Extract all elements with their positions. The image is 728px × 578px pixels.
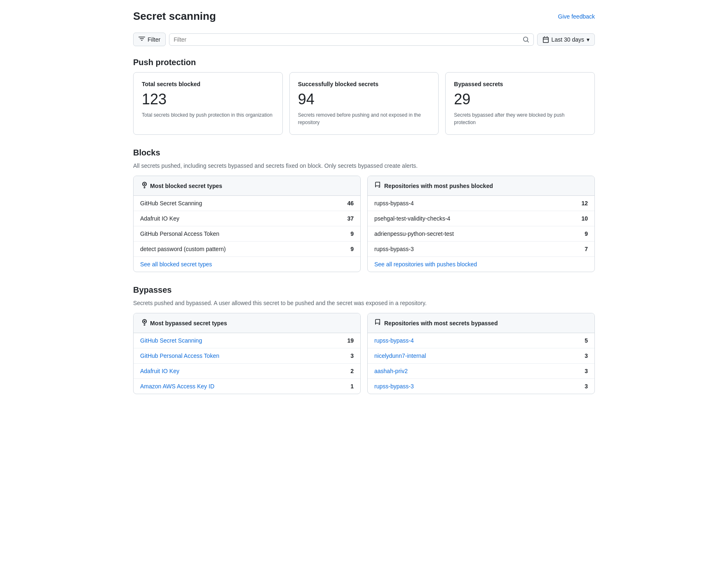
repos-blocked-row-1: psehgal-test-validity-checks-4 10 — [368, 211, 594, 226]
key-icon-2 — [140, 319, 147, 327]
most-blocked-row-2: GitHub Personal Access Token 9 — [134, 226, 360, 242]
blocks-grid: Most blocked secret types GitHub Secret … — [133, 176, 595, 272]
repo-bypassed-label-2[interactable]: aashah-priv2 — [374, 368, 408, 374]
repos-bypassed-header: Repositories with most secrets bypassed — [368, 313, 594, 333]
repos-blocked-title: Repositories with most pushes blocked — [384, 183, 493, 189]
stat-card-total-blocked: Total secrets blocked 123 Total secrets … — [133, 72, 283, 135]
blocks-subtitle: All secrets pushed, including secrets by… — [133, 162, 595, 169]
repo-bypassed-count-3: 3 — [585, 383, 588, 390]
repo-blocked-label-3: rupss-bypass-3 — [374, 246, 414, 252]
blocked-label-2: GitHub Personal Access Token — [140, 230, 219, 237]
stat-card-title-0: Total secrets blocked — [142, 81, 274, 87]
repos-blocked-row-3: rupss-bypass-3 7 — [368, 242, 594, 257]
repo-blocked-count-1: 10 — [581, 215, 588, 222]
key-icon — [140, 182, 147, 190]
most-blocked-title: Most blocked secret types — [150, 183, 222, 189]
most-bypassed-row-1: GitHub Personal Access Token 3 — [134, 348, 360, 364]
see-all-repos-blocked-link[interactable]: See all repositories with pushes blocked — [368, 257, 594, 272]
blocked-label-3: detect password (custom pattern) — [140, 246, 226, 252]
repos-blocked-header: Repositories with most pushes blocked — [368, 176, 594, 196]
blocked-label-0: GitHub Secret Scanning — [140, 200, 202, 207]
repo-icon-2 — [374, 319, 381, 327]
most-blocked-panel: Most blocked secret types GitHub Secret … — [133, 176, 361, 272]
bypassed-label-1[interactable]: GitHub Personal Access Token — [140, 352, 219, 359]
repo-bypassed-label-3[interactable]: rupss-bypass-3 — [374, 383, 414, 390]
repo-blocked-label-0: rupss-bypass-4 — [374, 200, 414, 207]
blocked-count-2: 9 — [350, 230, 354, 237]
chevron-down-icon: ▾ — [587, 36, 589, 43]
page-header: Secret scanning Give feedback — [133, 10, 595, 23]
stat-card-number-2: 29 — [454, 91, 586, 108]
repo-bypassed-label-0[interactable]: rupss-bypass-4 — [374, 337, 414, 344]
repo-bypassed-count-1: 3 — [585, 352, 588, 359]
bypassed-label-2[interactable]: Adafruit IO Key — [140, 368, 179, 374]
bypassed-count-3: 1 — [350, 383, 354, 390]
most-blocked-row-0: GitHub Secret Scanning 46 — [134, 196, 360, 211]
filter-button[interactable]: Filter — [133, 33, 166, 46]
repo-bypassed-count-0: 5 — [585, 337, 588, 344]
page-title: Secret scanning — [133, 10, 216, 23]
most-blocked-row-3: detect password (custom pattern) 9 — [134, 242, 360, 257]
stat-card-desc-0: Total secrets blocked by push protection… — [142, 111, 274, 119]
stat-card-desc-2: Secrets bypassed after they were blocked… — [454, 111, 586, 126]
most-blocked-row-1: Adafruit IO Key 37 — [134, 211, 360, 226]
stat-card-desc-1: Secrets removed before pushing and not e… — [298, 111, 430, 126]
repos-bypassed-title: Repositories with most secrets bypassed — [384, 320, 498, 327]
filter-input[interactable] — [174, 36, 522, 43]
search-button[interactable] — [523, 36, 529, 43]
bypassed-count-0: 19 — [347, 337, 354, 344]
stat-card-successfully-blocked: Successfully blocked secrets 94 Secrets … — [289, 72, 439, 135]
stat-card-number-1: 94 — [298, 91, 430, 108]
stat-card-title-1: Successfully blocked secrets — [298, 81, 430, 87]
most-bypassed-row-3: Amazon AWS Access Key ID 1 — [134, 379, 360, 394]
bypasses-title: Bypasses — [133, 285, 595, 295]
date-range-button[interactable]: Last 30 days ▾ — [537, 33, 595, 46]
bypassed-label-0[interactable]: GitHub Secret Scanning — [140, 337, 202, 344]
repos-blocked-panel: Repositories with most pushes blocked ru… — [367, 176, 595, 272]
filter-button-label: Filter — [148, 36, 160, 43]
blocks-title: Blocks — [133, 148, 595, 157]
bypassed-count-2: 2 — [350, 368, 354, 374]
filter-icon — [139, 35, 145, 43]
blocks-section: Blocks All secrets pushed, including sec… — [133, 148, 595, 272]
repos-blocked-row-0: rupss-bypass-4 12 — [368, 196, 594, 211]
blocked-count-3: 9 — [350, 246, 354, 252]
bypasses-grid: Most bypassed secret types GitHub Secret… — [133, 313, 595, 394]
most-bypassed-row-2: Adafruit IO Key 2 — [134, 364, 360, 379]
repo-blocked-count-3: 7 — [585, 246, 588, 252]
repos-blocked-row-2: adrienpessu-python-secret-test 9 — [368, 226, 594, 242]
repos-bypassed-panel: Repositories with most secrets bypassed … — [367, 313, 595, 394]
give-feedback-link[interactable]: Give feedback — [558, 13, 595, 20]
stat-card-bypassed: Bypassed secrets 29 Secrets bypassed aft… — [445, 72, 595, 135]
repo-blocked-label-2: adrienpessu-python-secret-test — [374, 230, 454, 237]
repos-bypassed-row-2: aashah-priv2 3 — [368, 364, 594, 379]
most-blocked-header: Most blocked secret types — [134, 176, 360, 196]
most-bypassed-title: Most bypassed secret types — [150, 320, 227, 327]
stat-card-title-2: Bypassed secrets — [454, 81, 586, 87]
most-bypassed-header: Most bypassed secret types — [134, 313, 360, 333]
repo-blocked-count-0: 12 — [581, 200, 588, 207]
blocked-count-0: 46 — [347, 200, 354, 207]
repo-bypassed-count-2: 3 — [585, 368, 588, 374]
see-all-blocked-link[interactable]: See all blocked secret types — [134, 257, 360, 272]
repo-blocked-label-1: psehgal-test-validity-checks-4 — [374, 215, 450, 222]
bypasses-subtitle: Secrets pushed and bypassed. A user allo… — [133, 300, 595, 306]
bypassed-label-3[interactable]: Amazon AWS Access Key ID — [140, 383, 214, 390]
stat-card-number-0: 123 — [142, 91, 274, 108]
repo-icon — [374, 182, 381, 190]
most-bypassed-row-0: GitHub Secret Scanning 19 — [134, 333, 360, 348]
push-protection-title: Push protection — [133, 58, 595, 67]
push-protection-section: Push protection Total secrets blocked 12… — [133, 58, 595, 135]
repos-bypassed-row-3: rupss-bypass-3 3 — [368, 379, 594, 394]
bypasses-section: Bypasses Secrets pushed and bypassed. A … — [133, 285, 595, 394]
bypassed-count-1: 3 — [350, 352, 354, 359]
repos-bypassed-row-0: rupss-bypass-4 5 — [368, 333, 594, 348]
filter-bar: Filter Last 30 days ▾ — [133, 33, 595, 46]
repos-bypassed-row-1: nicelydunn7-internal 3 — [368, 348, 594, 364]
repo-bypassed-label-1[interactable]: nicelydunn7-internal — [374, 352, 426, 359]
filter-input-wrapper — [169, 33, 533, 46]
stats-grid: Total secrets blocked 123 Total secrets … — [133, 72, 595, 135]
date-range-label: Last 30 days — [552, 36, 584, 43]
most-bypassed-panel: Most bypassed secret types GitHub Secret… — [133, 313, 361, 394]
blocked-count-1: 37 — [347, 215, 354, 222]
